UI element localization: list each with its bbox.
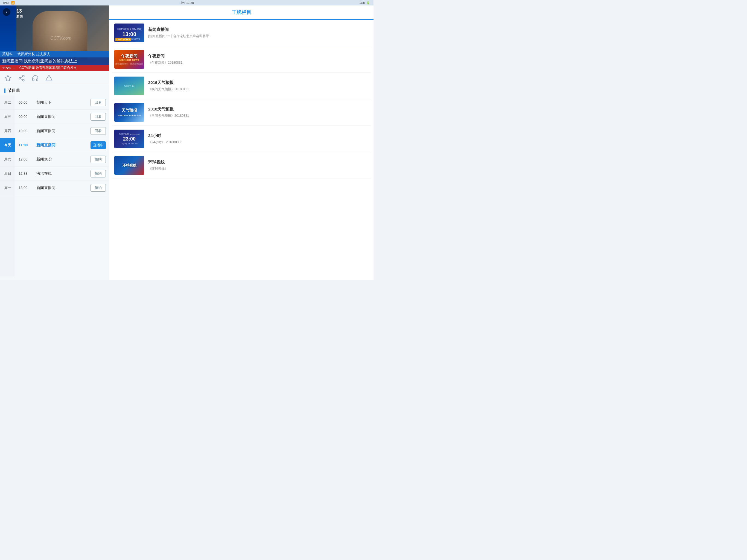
program-cards: CCTV新闻 ● cctv.com 13:00 直播直播 LIVE NEWS L…: [109, 20, 374, 280]
svg-point-3: [22, 79, 24, 81]
day-item-today[interactable]: 今天: [0, 138, 15, 152]
battery-label: 13%: [359, 1, 365, 4]
share-button[interactable]: [18, 75, 25, 82]
prog-name: 新闻直播间: [36, 128, 91, 133]
status-bar-right: 13% 🔋: [359, 1, 370, 5]
day-item-wed[interactable]: 周三: [0, 110, 15, 124]
subtitle-main: 新闻直播间 找出叙利亚问题的解决办法上: [0, 57, 109, 65]
card-desc: 《晚间天气预报》20180121: [148, 87, 368, 92]
card-info: 2018天气预报 《早间天气预报》20180831: [148, 107, 368, 118]
card-midnight-news[interactable]: 午夜新闻 MIDNIGHT NEWS 聚焦新闻事件 · 展示新闻背景 午夜新闻 …: [112, 46, 371, 73]
program-row: 09:00 新闻直播间 回看: [15, 110, 109, 124]
channel-sub: 新 闻: [17, 15, 23, 18]
prog-time: 12:33: [19, 172, 36, 176]
day-item-tue[interactable]: 周二: [0, 96, 15, 110]
ticker-time: 11:28: [2, 66, 11, 70]
card-desc: 《早间天气预报》20180831: [148, 113, 368, 118]
schedule-title-bar: [4, 88, 5, 93]
prog-time: 10:00: [19, 129, 36, 133]
card-thumb: 午夜新闻 MIDNIGHT NEWS 聚焦新闻事件 · 展示新闻背景: [114, 50, 145, 69]
day-item-sun[interactable]: 周日: [0, 167, 15, 181]
card-thumb: 天气预报 WEATHER FORECAST: [114, 103, 145, 122]
day-selector: 周二 周三 周四 今天 周六 周日 周一: [0, 96, 15, 276]
wifi-icon: 📶: [11, 1, 15, 5]
card-desc: 《环球视线》: [148, 166, 368, 171]
replay-button[interactable]: 回看: [91, 127, 106, 135]
svg-line-5: [21, 77, 22, 78]
device-label: iPad: [3, 1, 9, 4]
video-watermark: CCTV.com: [50, 36, 71, 41]
prog-name: 新闻直播间: [36, 143, 91, 148]
ticker-dot: 。: [14, 66, 17, 70]
day-item-sat[interactable]: 周六: [0, 152, 15, 167]
action-bar: [0, 71, 109, 85]
subtitle-location: 莫斯科: [0, 51, 15, 57]
program-row: 12:33 法治在线 预约: [15, 167, 109, 181]
prog-time: 12:00: [19, 157, 36, 161]
schedule-title-text: 节目单: [8, 88, 20, 93]
live-button[interactable]: 直播中: [91, 142, 106, 149]
svg-marker-0: [5, 75, 11, 81]
svg-line-4: [21, 78, 22, 80]
card-weather-2018[interactable]: 天气预报 WEATHER FORECAST 2018天气预报 《早间天气预报》2…: [112, 99, 371, 126]
card-thumb: CCTV 13: [114, 77, 145, 95]
card-title: 环球视线: [148, 160, 368, 165]
day-item-thu[interactable]: 周四: [0, 124, 15, 138]
status-bar-left: iPad 📶: [3, 1, 15, 5]
program-row: 06:00 朝闻天下 回看: [15, 96, 109, 110]
card-info: 午夜新闻 《午夜新闻》20180831: [148, 54, 368, 65]
program-list: 06:00 朝闻天下 回看 09:00 新闻直播间 回看 10:00 新闻直播间…: [15, 96, 109, 276]
program-row: 13:00 新闻直播间 预约: [15, 181, 109, 195]
program-row: 10:00 新闻直播间 回看: [15, 124, 109, 138]
report-button[interactable]: [45, 75, 52, 82]
schedule-container: 周二 周三 周四 今天 周六 周日 周一 06:00 朝闻天下 回看: [0, 96, 109, 276]
day-item-mon[interactable]: 周一: [0, 181, 15, 195]
right-header: 王牌栏目: [109, 5, 374, 20]
reserve-button[interactable]: 预约: [91, 170, 106, 177]
live-badge: LIVE NEWS: [115, 38, 131, 41]
status-bar: iPad 📶 上午11:28 13% 🔋: [0, 0, 374, 5]
battery-icon: 🔋: [366, 1, 370, 5]
card-info: 24小时 《24小时》 20180830: [148, 133, 368, 145]
card-weather-2016[interactable]: CCTV 13 2016天气预报 《晚间天气预报》20180121: [112, 73, 371, 99]
main-container: 13 新 闻 CCTV.com ‹ 莫斯科 俄罗斯外长 拉夫罗夫 新闻直播间 找…: [0, 5, 374, 280]
svg-point-1: [22, 75, 24, 77]
card-title: 2016天气预报: [148, 80, 368, 85]
card-desc: 《午夜新闻》20180831: [148, 60, 368, 65]
left-panel: 13 新 闻 CCTV.com ‹ 莫斯科 俄罗斯外长 拉夫罗夫 新闻直播间 找…: [0, 5, 109, 280]
card-title: 2018天气预报: [148, 107, 368, 112]
schedule-title: 节目单: [0, 85, 109, 96]
back-button[interactable]: ‹: [3, 8, 10, 16]
card-thumb: CCTV新闻 ● cctv.com 13:00 直播直播 LIVE NEWS L…: [114, 24, 145, 42]
schedule-section: 节目单 周二 周三 周四 今天 周六 周日 周一 06:00 朝闻天下: [0, 85, 109, 280]
card-info: 环球视线 《环球视线》: [148, 160, 368, 171]
replay-button[interactable]: 回看: [91, 113, 106, 121]
reserve-button[interactable]: 预约: [91, 184, 106, 192]
card-thumb: CCTV新闻 ● cctv.com 23:00 24小时 24 HOURS: [114, 130, 145, 148]
prog-name: 新闻30分: [36, 157, 91, 162]
favorite-button[interactable]: [4, 75, 11, 82]
channel-logo: 13 新 闻: [17, 8, 23, 19]
program-row: 12:00 新闻30分 预约: [15, 152, 109, 167]
thumb-content: 午夜新闻 MIDNIGHT NEWS 聚焦新闻事件 · 展示新闻背景: [114, 50, 145, 69]
channel-number: 13: [17, 8, 22, 14]
card-thumb: 环球视线: [114, 156, 145, 175]
svg-point-2: [19, 77, 21, 79]
prog-time: 11:00: [19, 143, 36, 147]
card-news-live[interactable]: CCTV新闻 ● cctv.com 13:00 直播直播 LIVE NEWS L…: [112, 20, 371, 46]
prog-name: 新闻直播间: [36, 185, 91, 190]
thumb-content: CCTV新闻 ● cctv.com 23:00 24小时 24 HOURS: [114, 130, 145, 148]
prog-time: 13:00: [19, 186, 36, 190]
card-24h[interactable]: CCTV新闻 ● cctv.com 23:00 24小时 24 HOURS 24…: [112, 126, 371, 152]
card-title: 午夜新闻: [148, 54, 368, 59]
listen-button[interactable]: [32, 75, 39, 82]
video-player[interactable]: 13 新 闻 CCTV.com ‹ 莫斯科 俄罗斯外长 拉夫罗夫 新闻直播间 找…: [0, 5, 109, 71]
reserve-button[interactable]: 预约: [91, 156, 106, 163]
subtitle-ticker: 11:28 。 CCTV新闻 教育部等国家8部门联合发文: [0, 65, 109, 71]
card-title: 24小时: [148, 133, 368, 138]
prog-time: 06:00: [19, 100, 36, 104]
card-global[interactable]: 环球视线 环球视线 《环球视线》: [112, 152, 371, 179]
prog-name: 法治在线: [36, 171, 91, 176]
replay-button[interactable]: 回看: [91, 99, 106, 106]
prog-time: 09:00: [19, 114, 36, 119]
